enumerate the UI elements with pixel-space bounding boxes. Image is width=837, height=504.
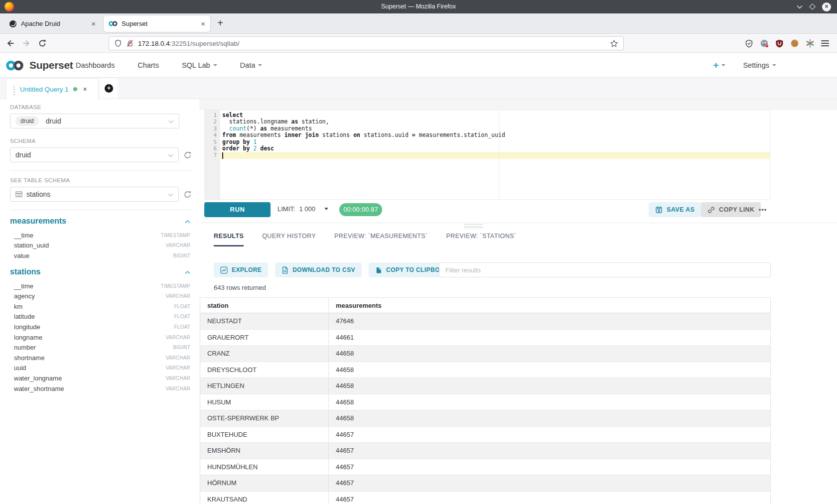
column-name: shortname <box>14 354 44 362</box>
extension-shield-check-icon[interactable] <box>745 39 753 48</box>
measurements-cell: 44657 <box>329 459 770 475</box>
tab-results[interactable]: RESULTS <box>214 233 244 247</box>
editor-cursor <box>222 152 223 159</box>
lock-slash-icon[interactable] <box>126 39 134 47</box>
url-bar[interactable]: 172.18.0.4:32251/superset/sqllab/ <box>109 36 624 50</box>
settings-menu[interactable]: Settings <box>743 61 776 69</box>
new-tab-button[interactable]: + <box>213 16 227 30</box>
pane-drag-handle[interactable] <box>464 224 483 230</box>
schema-table-header[interactable]: measurements <box>10 217 192 226</box>
column-name: __time <box>14 282 33 290</box>
editor-code[interactable]: select stations.longname as station, cou… <box>220 110 770 199</box>
add-query-tab-button[interactable]: + <box>100 78 118 99</box>
gutter-line-number: 7 <box>205 152 220 158</box>
code-line: select <box>220 112 770 119</box>
window-close-button[interactable]: × <box>822 2 831 11</box>
extension-ublock-icon[interactable] <box>775 39 784 48</box>
browser-tab-superset[interactable]: Superset × <box>104 15 210 32</box>
results-table: station measurements NEUSTADT47646GRAUER… <box>200 297 771 504</box>
tab-close-icon[interactable]: × <box>91 19 96 28</box>
nav-dashboards[interactable]: Dashboards <box>76 61 115 69</box>
column-row: station_uuidVARCHAR <box>10 241 192 251</box>
nav-data[interactable]: Data <box>240 61 263 69</box>
column-name: __time <box>14 232 33 239</box>
reload-button[interactable] <box>38 39 47 48</box>
download-csv-button[interactable]: DOWNLOAD TO CSV <box>275 262 362 277</box>
link-icon <box>707 206 715 214</box>
window-title: Superset — Mozilla Firefox <box>0 0 837 13</box>
drag-grip-icon[interactable] <box>13 89 15 90</box>
bookmark-star-icon[interactable] <box>610 39 618 48</box>
window-maximize-icon[interactable] <box>809 3 816 10</box>
column-row: uuidVARCHAR <box>10 363 192 374</box>
forward-button[interactable] <box>22 39 31 48</box>
results-tabbar: RESULTS QUERY HISTORY PREVIEW: `MEASUREM… <box>214 233 516 247</box>
back-button[interactable] <box>6 39 15 48</box>
measurements-cell: 44658 <box>329 378 770 394</box>
chevron-down-icon <box>213 64 217 66</box>
table-row: CRANZ44658 <box>200 346 770 362</box>
table-row: KRAUTSAND44657 <box>200 492 770 504</box>
chevron-up-icon <box>185 271 190 274</box>
column-type: FLOAT <box>174 304 190 309</box>
database-value: druid <box>46 117 61 125</box>
station-cell: EMSHÖRN <box>200 443 329 459</box>
browser-tab-apache-druid[interactable]: Apache Druid × <box>4 15 101 32</box>
extension-mask-icon[interactable] <box>760 39 769 48</box>
collapse-chevron-icon[interactable] <box>185 217 190 226</box>
tab-preview-stations[interactable]: PREVIEW: `STATIONS` <box>446 233 516 247</box>
schema-select[interactable]: druid <box>10 147 179 162</box>
explore-button[interactable]: EXPLORE <box>214 262 268 277</box>
column-row: shortnameVARCHAR <box>10 353 192 363</box>
url-host: 172.18.0.4 <box>138 40 170 47</box>
station-cell: BUXTEHUDE <box>200 427 329 443</box>
window-shade-icon[interactable] <box>797 5 803 9</box>
run-button[interactable]: RUN <box>204 202 271 217</box>
database-select[interactable]: druid druid <box>10 114 179 128</box>
limit-label: LIMIT: <box>278 205 295 213</box>
refresh-schema-button[interactable] <box>183 151 192 159</box>
query-tab-untitled-query-1[interactable]: Untitled Query 1 × <box>6 78 99 100</box>
refresh-table-button[interactable] <box>183 190 192 199</box>
limit-dropdown[interactable]: LIMIT: 1 000 <box>278 205 328 213</box>
extension-snowflake-icon[interactable] <box>806 39 815 48</box>
druid-favicon-icon <box>9 20 17 28</box>
new-item-button[interactable]: + <box>713 60 725 71</box>
column-name: agency <box>14 292 35 300</box>
column-type: VARCHAR <box>165 376 190 381</box>
table-row: HUSUM44658 <box>200 394 770 411</box>
browser-toolbar: 172.18.0.4:32251/superset/sqllab/ <box>0 34 837 53</box>
database-tag: druid <box>15 116 39 126</box>
nav-sql-lab[interactable]: SQL Lab <box>182 61 217 69</box>
sql-editor[interactable]: 1234567 select stations.longname as stat… <box>204 110 770 200</box>
sidebar: DATABASE druid druid SCHEMA druid SEE TA… <box>0 99 199 504</box>
copy-link-button[interactable]: COPY LINK <box>701 202 761 217</box>
measurements-cell: 44657 <box>329 443 770 459</box>
measurements-column-header[interactable]: measurements <box>329 298 770 313</box>
query-tab-close-icon[interactable]: × <box>83 85 87 93</box>
extension-cookie-icon[interactable] <box>790 39 799 48</box>
tab-query-history[interactable]: QUERY HISTORY <box>262 233 316 247</box>
tracking-shield-icon[interactable] <box>114 39 122 47</box>
chevron-down-icon <box>258 64 262 66</box>
station-cell: DREYSCHLOOT <box>200 362 329 378</box>
url-path: :32251/superset/sqllab/ <box>170 40 240 47</box>
collapse-chevron-icon[interactable] <box>185 267 190 276</box>
chevron-down-icon <box>721 64 725 66</box>
rows-returned-label: 643 rows returned <box>214 284 266 291</box>
save-as-button[interactable]: SAVE AS <box>649 202 701 217</box>
more-options-button[interactable]: ••• <box>755 202 770 217</box>
tab-preview-measurements[interactable]: PREVIEW: `MEASUREMENTS` <box>334 233 427 247</box>
measurements-cell: 44657 <box>329 427 770 443</box>
tab-close-icon[interactable]: × <box>201 19 205 28</box>
station-column-header[interactable]: station <box>200 298 329 313</box>
column-type: TIMESTAMP <box>161 233 190 238</box>
nav-charts[interactable]: Charts <box>138 61 159 69</box>
table-select[interactable]: stations <box>10 187 179 202</box>
results-table-header: station measurements <box>200 298 770 313</box>
superset-logo[interactable]: Superset <box>5 53 73 78</box>
gutter-line-number: 2 <box>205 119 220 125</box>
schema-table-header[interactable]: stations <box>10 267 192 276</box>
menu-button[interactable] <box>821 40 829 46</box>
filter-results-input[interactable] <box>439 262 771 277</box>
